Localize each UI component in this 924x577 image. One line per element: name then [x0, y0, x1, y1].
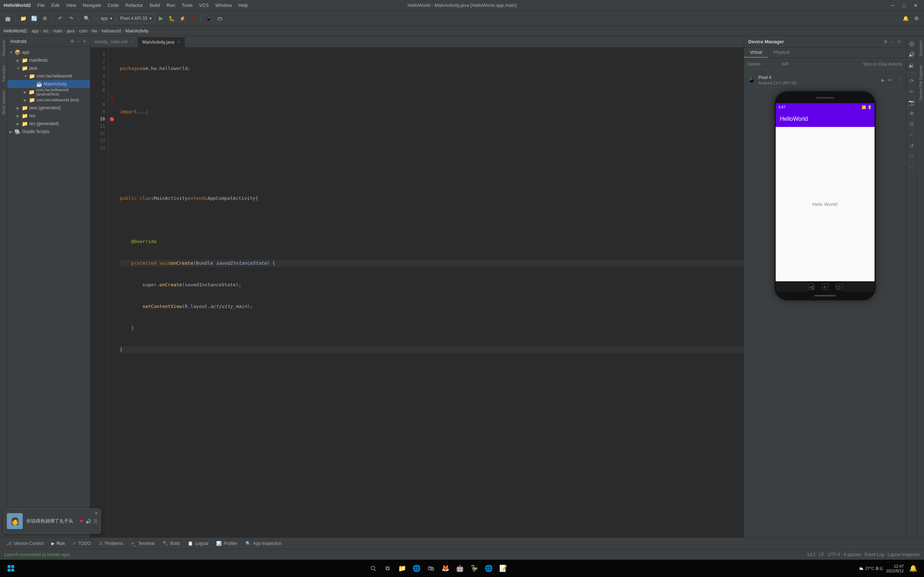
settings-button[interactable]: ⚙	[40, 14, 50, 23]
taskbar-store[interactable]: 🛍	[425, 562, 438, 575]
android-view-button[interactable]: 🤖	[3, 14, 12, 23]
menu-item-help[interactable]: Help	[236, 2, 251, 9]
notification-center-button[interactable]: 🔔	[907, 562, 920, 575]
profile-button[interactable]: ⚡	[178, 14, 187, 23]
rotate-button[interactable]: ⟳	[907, 76, 916, 85]
tab-close-java[interactable]: ✕	[177, 40, 180, 44]
tree-item-com-hw[interactable]: ▼ 📁 com.hw.helloworld	[7, 72, 90, 80]
layout-inspector-link[interactable]: Layout Inspector	[888, 552, 920, 557]
tab-activity-main-xml[interactable]: activity_main.xml ✕	[90, 36, 138, 47]
menu-item-edit[interactable]: Edit	[49, 2, 63, 9]
run-tab[interactable]: ▶ Run	[48, 538, 68, 548]
logcat-tab[interactable]: 📋 Logcat	[184, 538, 212, 548]
run-button[interactable]: ▶	[156, 14, 166, 23]
favorites-tab[interactable]: Favorites	[0, 61, 7, 86]
breadcrumb-item-main[interactable]: MainActivity	[125, 29, 149, 34]
device-manager-close-icon[interactable]: ✕	[897, 39, 901, 45]
open-project-button[interactable]: 📁	[18, 14, 28, 23]
panel-settings-icon[interactable]: ⚙	[69, 38, 75, 45]
tree-item-java-gen[interactable]: ▶ 📁 java (generated)	[7, 104, 90, 112]
zoom-out-icon[interactable]: ⊖	[907, 119, 916, 129]
tree-item-res[interactable]: ▶ 📁 res	[7, 112, 90, 120]
device-more-button[interactable]: ⋮	[896, 76, 902, 84]
search-everywhere-button[interactable]: 🔍	[82, 14, 91, 23]
breadcrumb-item-0[interactable]: HelloWorld2	[3, 29, 27, 34]
gear-icon[interactable]: ⚙	[912, 14, 921, 23]
device-edit-button[interactable]: ✏	[887, 76, 893, 84]
menu-item-file[interactable]: File	[35, 2, 48, 9]
menu-item-vcs[interactable]: VCS	[196, 2, 212, 9]
taskbar-android-studio[interactable]: 🤖	[453, 562, 466, 575]
panel-close-icon[interactable]: ✕	[82, 38, 87, 45]
volume-up-button[interactable]: 🔊	[907, 50, 916, 59]
zoom-in-icon[interactable]: ⊕	[907, 108, 916, 118]
tree-item-test[interactable]: ▶ 📁 com.hw.helloworld (test)	[7, 96, 90, 104]
breadcrumb-item-3[interactable]: main	[53, 29, 63, 34]
taskbar-browser[interactable]: 🌐	[410, 562, 423, 575]
menu-item-tools[interactable]: Tools	[179, 2, 195, 9]
tree-item-mainactivity[interactable]: ▶ ☕ MainActivity	[7, 80, 90, 88]
tree-item-java[interactable]: ▼ 📁 java	[7, 64, 90, 72]
todo-tab[interactable]: ✓ TODO	[69, 538, 94, 548]
notification-close-button[interactable]: ✕	[94, 510, 99, 516]
edit-icon[interactable]: ✏	[907, 87, 916, 96]
phone-screen[interactable]: 4:47 📶 🔋 HelloWorld Hello World!	[775, 103, 874, 281]
structure-tab[interactable]: Structure	[0, 36, 7, 61]
stop-button[interactable]: ■	[189, 14, 198, 23]
menu-item-code[interactable]: Code	[105, 2, 122, 9]
breadcrumb-item-4[interactable]: java	[67, 29, 75, 34]
back-icon[interactable]: ←	[907, 130, 916, 140]
device-manager-settings-icon[interactable]: ⚙	[883, 39, 888, 45]
taskbar-edge[interactable]: 🦊	[439, 562, 452, 575]
tree-item-manifests[interactable]: ▶ 📁 manifests	[7, 56, 90, 64]
menu-item-navigate[interactable]: Navigate	[80, 2, 104, 9]
panel-collapse-icon[interactable]: −	[76, 38, 81, 45]
tab-close-xml[interactable]: ✕	[130, 40, 133, 44]
tree-item-gradle[interactable]: ▶ 🐘 Gradle Scripts	[7, 128, 90, 135]
sdk-manager-button[interactable]: 🗃	[215, 14, 225, 23]
virtual-tab[interactable]: Virtual	[744, 48, 768, 58]
tree-item-app[interactable]: ▼ 📦 app	[7, 48, 90, 56]
gutter-10-breakpoint[interactable]: 🔴	[108, 115, 115, 122]
recents-nav-btn[interactable]: □	[835, 284, 842, 290]
taskbar-word[interactable]: 📝	[497, 562, 510, 575]
breadcrumb-item-2[interactable]: src	[43, 29, 49, 34]
device-manager-minimize-icon[interactable]: −	[890, 39, 894, 45]
taskbar-duck[interactable]: 🦆	[468, 562, 481, 575]
tree-item-androidtest[interactable]: ▶ 📁 com.hw.helloworld (androidTest)	[7, 88, 90, 96]
menu-item-refactor[interactable]: Refactor	[122, 2, 146, 9]
maximize-button[interactable]: □	[900, 1, 909, 10]
breadcrumb-item-6[interactable]: hw	[92, 29, 97, 34]
version-control-tab[interactable]: ⎇ Version Control	[3, 538, 47, 548]
build-tab[interactable]: 🔨 Build	[159, 538, 183, 548]
start-button[interactable]	[4, 562, 17, 575]
device-file-explorer-tab[interactable]: Device File Explorer	[917, 61, 924, 105]
profiler-tab[interactable]: 📊 Profiler	[213, 538, 241, 548]
code-content[interactable]: package com.hw.helloworld; import ...; p…	[115, 48, 743, 537]
volume-down-button[interactable]: 🔉	[907, 61, 916, 70]
refresh-icon[interactable]: ↺	[907, 141, 916, 150]
problems-tab[interactable]: ⚠ Problems	[95, 538, 127, 548]
menu-item-build[interactable]: Build	[147, 2, 163, 9]
search-taskbar-button[interactable]	[367, 562, 380, 575]
power-button[interactable]: ⏻	[907, 39, 916, 48]
undo-button[interactable]: ↶	[56, 14, 65, 23]
sync-button[interactable]: 🔄	[29, 14, 39, 23]
avd-manager-button[interactable]: 📱	[204, 14, 214, 23]
minimize-button[interactable]: ─	[888, 1, 897, 10]
build-variants-tab[interactable]: Build Variants	[0, 86, 7, 119]
device-dropdown[interactable]: Pixel 4 API 33 ▾	[117, 14, 155, 23]
physical-tab[interactable]: Physical	[768, 48, 795, 58]
breadcrumb-item-5[interactable]: com	[79, 29, 87, 34]
taskbar-app-9[interactable]: 🌐	[482, 562, 495, 575]
breadcrumb-item-7[interactable]: helloworld	[102, 29, 121, 34]
more-options-icon[interactable]: ···	[907, 163, 916, 172]
task-view-button[interactable]: ⧉	[381, 562, 394, 575]
notifications-button[interactable]: 🔔	[901, 14, 910, 23]
breadcrumb-item-1[interactable]: app	[31, 29, 39, 34]
tab-mainactivity-java[interactable]: MainActivity.java ✕	[138, 36, 184, 47]
menu-item-view[interactable]: View	[63, 2, 79, 9]
menu-item-window[interactable]: Window	[212, 2, 234, 9]
back-nav-btn[interactable]: ◁	[808, 284, 815, 290]
tree-item-res-gen[interactable]: ▶ 📁 res (generated)	[7, 120, 90, 128]
